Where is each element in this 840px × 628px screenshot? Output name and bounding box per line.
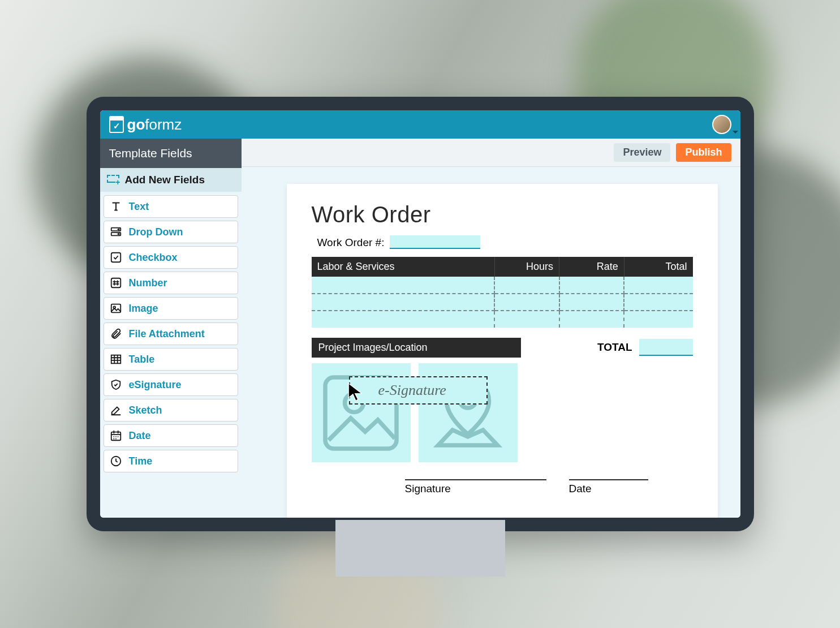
publish-button[interactable]: Publish (676, 143, 731, 162)
chevron-down-icon (733, 131, 738, 134)
table-header-labor: Labor & Services (312, 257, 495, 277)
field-item-number[interactable]: Number (104, 272, 238, 294)
drag-ghost-label: e-Signature (378, 382, 446, 399)
signature-label: Signature (405, 483, 546, 495)
field-item-esignature[interactable]: eSignature (104, 373, 238, 396)
image-icon (110, 302, 122, 315)
shield-check-icon (110, 378, 122, 391)
form-document[interactable]: Work Order Work Order #: Labor & Service… (287, 184, 718, 518)
table-icon (110, 353, 122, 365)
table-header-total: Total (624, 257, 692, 277)
date-field[interactable]: Date (569, 479, 648, 495)
labor-services-table[interactable]: Labor & Services Hours Rate Total (312, 257, 693, 328)
work-order-number-input[interactable] (390, 235, 480, 249)
brand-logo[interactable]: goformz (109, 116, 182, 134)
add-new-fields-label: Add New Fields (125, 174, 205, 186)
project-images-section-header: Project Images/Location (312, 338, 521, 358)
add-field-icon: + (107, 175, 119, 185)
add-new-fields-button[interactable]: + Add New Fields (100, 168, 242, 192)
field-label: Checkbox (129, 252, 178, 264)
app-screen: goformz Template Fields + Add New Fields (100, 110, 740, 518)
field-item-sketch[interactable]: Sketch (104, 399, 238, 421)
field-item-checkbox[interactable]: Checkbox (104, 246, 238, 269)
main-canvas: Preview Publish Work Order Work Order #: (242, 139, 740, 518)
editor-toolbar: Preview Publish (242, 139, 740, 167)
field-label: eSignature (129, 379, 182, 391)
brand-logo-icon (109, 116, 124, 133)
paperclip-icon (110, 328, 122, 340)
field-label: Table (129, 354, 155, 365)
table-row[interactable] (312, 311, 693, 328)
total-label: TOTAL (597, 341, 632, 354)
field-label: Number (129, 277, 167, 289)
table-header-hours: Hours (494, 257, 559, 277)
field-item-text[interactable]: Text (104, 195, 238, 218)
field-item-table[interactable]: Table (104, 348, 238, 371)
number-icon (110, 277, 122, 289)
field-item-date[interactable]: Date (104, 424, 238, 447)
field-label: Sketch (129, 405, 162, 416)
signature-field[interactable]: Signature (405, 479, 546, 495)
checkbox-icon (110, 251, 122, 264)
field-item-file-attachment[interactable]: File Attachment (104, 322, 238, 345)
table-row[interactable] (312, 294, 693, 311)
svg-rect-6 (111, 355, 120, 364)
field-item-image[interactable]: Image (104, 297, 238, 320)
clock-icon (110, 455, 122, 467)
svg-rect-2 (111, 253, 120, 263)
svg-rect-3 (111, 278, 120, 288)
total-input[interactable] (639, 339, 693, 356)
field-item-time[interactable]: Time (104, 450, 238, 472)
dropdown-icon (110, 226, 122, 238)
table-header-rate: Rate (559, 257, 624, 277)
table-row[interactable] (312, 277, 693, 294)
monitor-frame: goformz Template Fields + Add New Fields (87, 97, 754, 531)
brand-logo-text: goformz (127, 116, 182, 134)
form-title: Work Order (312, 202, 693, 227)
field-label: Image (129, 303, 158, 315)
text-icon (110, 200, 122, 213)
field-label: Time (129, 455, 153, 467)
drag-ghost-esignature: e-Signature (349, 376, 488, 405)
svg-rect-4 (111, 304, 120, 313)
preview-button[interactable]: Preview (614, 143, 670, 162)
field-label: Drop Down (129, 226, 183, 238)
user-avatar[interactable] (712, 115, 731, 134)
field-label: Date (129, 430, 151, 442)
app-topbar: goformz (100, 110, 740, 139)
pencil-icon (110, 404, 122, 416)
sidebar-title: Template Fields (100, 139, 242, 168)
field-label: File Attachment (129, 328, 205, 340)
calendar-icon (110, 429, 122, 442)
field-item-dropdown[interactable]: Drop Down (104, 221, 238, 243)
work-order-number-label: Work Order #: (317, 236, 385, 249)
sidebar: Template Fields + Add New Fields Text (100, 139, 242, 518)
date-label: Date (569, 483, 648, 495)
field-label: Text (129, 201, 149, 213)
